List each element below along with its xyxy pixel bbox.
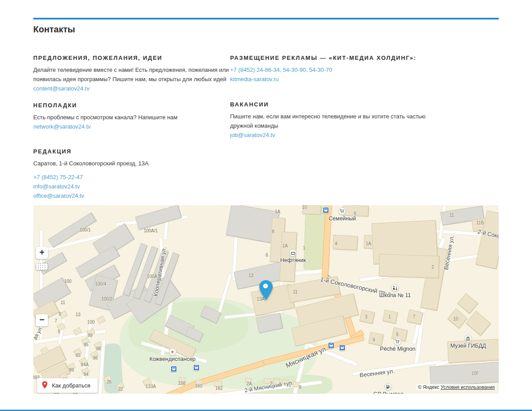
building-number: 6 [266, 253, 268, 258]
poi-label: Кожвендиспансер [149, 356, 196, 362]
poi-gp-вымпел[interactable]: GP Вымпел [373, 383, 403, 394]
section-jobs-title: ВАКАНСИИ [230, 100, 434, 108]
building-number: 10Г [472, 371, 479, 376]
building-number: 98 [96, 346, 101, 351]
map-attribution: © Яндекс Условия использования [416, 384, 497, 390]
building-number: 8 [272, 229, 274, 234]
ads-site-link[interactable]: kitmedia-saratov.ru [230, 74, 434, 84]
building-number: 4 [335, 241, 337, 246]
building-number: 158 [178, 381, 186, 386]
building-number: 100/4 [95, 282, 106, 286]
issues-email-link[interactable]: network@saratov24.tv [33, 122, 91, 131]
bus-stop-icon[interactable] [323, 207, 329, 213]
zoom-in-button[interactable]: + [36, 247, 48, 259]
section-issues-body: Есть проблемы с просмотром канала? Напиш… [33, 113, 234, 122]
building-number: 9 [59, 312, 61, 317]
ruler-icon[interactable] [36, 263, 48, 270]
poi-кожвендиспансер[interactable]: +Кожвендиспансер [149, 348, 196, 362]
section-jobs-body: Пишите нам, если вам интересно телевиден… [230, 112, 434, 130]
zoom-out-button[interactable]: − [36, 314, 48, 326]
poi-label: Нефтяник [280, 257, 306, 263]
yandex-copyright: © Яндекс [418, 384, 439, 390]
map-shape [97, 316, 106, 324]
section-editorial-title: РЕДАКЦИЯ [33, 147, 234, 155]
building-number: 7 [55, 318, 57, 323]
bus-stop-icon[interactable] [339, 344, 345, 351]
building-number: 11 [61, 300, 65, 305]
poi-семейный[interactable]: Семейный [329, 207, 356, 222]
yandex-map[interactable]: 100/1100А/1100А100100/4100/2119137100101… [33, 205, 499, 394]
building-number: 10 [302, 205, 307, 210]
bus-stop-icon[interactable] [193, 364, 200, 371]
poi-label: Музей ГИБДД [450, 343, 486, 349]
building-number: 7 [413, 314, 415, 319]
museum-icon [464, 335, 472, 342]
map-shape [33, 329, 106, 344]
map-shape [458, 293, 478, 313]
bus-stop-icon[interactable] [328, 342, 334, 348]
building-number: 11Б [477, 220, 484, 225]
editorial-address: Саратов, 1-й Соколовогорский проезд, 13А [33, 159, 234, 168]
jobs-email-link[interactable]: job@saratov24.tv [230, 130, 275, 140]
building-number: 13 [248, 273, 253, 278]
map-shape [466, 311, 491, 336]
building-number: 9 [372, 337, 375, 342]
building-number: 99 [87, 333, 92, 338]
editorial-email-info-link[interactable]: info@saratov24.tv [33, 182, 234, 191]
poi-label: Школа № 11 [379, 292, 411, 298]
building-number: 1А [366, 241, 371, 246]
building-number: 94 [83, 372, 88, 377]
building-number: 5 [58, 329, 60, 334]
bus-stop-icon[interactable] [171, 366, 177, 372]
section-issues: НЕПОЛАДКИ Есть проблемы с просмотром кан… [33, 101, 234, 131]
poi-школа-11[interactable]: Школа № 11 [379, 284, 411, 298]
building-number: 1А [282, 243, 288, 248]
editorial-email-office-link[interactable]: office@saratov24.tv [33, 191, 234, 200]
editorial-phone-link[interactable]: +7 (8452) 75-22-47 [33, 172, 234, 182]
cross-icon: + [169, 348, 176, 356]
section-offers: ПРЕДЛОЖЕНИЯ, ПОЖЕЛАНИЯ, ИДЕИ Делайте тел… [33, 53, 234, 93]
section-ads-title: РАЗМЕЩЕНИЕ РЕКЛАМЫ — «КИТ-МЕДИА ХОЛДИНГ»… [230, 53, 434, 61]
building-number: 89 [69, 368, 74, 372]
building-number: 11 [293, 290, 297, 294]
poi-p-ch-mignon[interactable]: Péché Mignon [380, 338, 415, 352]
poi-нефтяник[interactable]: Нефтяник [280, 249, 306, 263]
building-number: 13 [75, 312, 80, 317]
page-title: Контакты [33, 24, 75, 35]
offers-email-link[interactable]: content@saratov24.tv [33, 84, 90, 93]
cart-icon [394, 338, 401, 345]
map-shape [379, 254, 439, 278]
street-label: Весенняя ул. [359, 368, 395, 379]
route-button[interactable]: Как добраться [37, 378, 98, 393]
contacts-left-column: ПРЕДЛОЖЕНИЯ, ПОЖЕЛАНИЯ, ИДЕИ Делайте тел… [33, 53, 234, 208]
building-number: 2А [246, 381, 252, 386]
ads-phones-link[interactable]: +7 (8452) 24-86-34, 54-30-90, 54-30-70 [230, 65, 434, 74]
building-number: 3 [365, 314, 368, 319]
poi-музей-гибдд[interactable]: Музей ГИБДД [450, 335, 486, 349]
building-number: 95 [83, 342, 88, 347]
section-jobs: ВАКАНСИИ Пишите нам, если вам интересно … [230, 100, 434, 140]
terms-of-use-link[interactable]: Условия использования [441, 384, 495, 390]
building-number: 1А [275, 209, 280, 214]
building-number: 8 [299, 385, 301, 390]
building-number: 10 [453, 317, 458, 321]
building-number: 93 [75, 353, 80, 358]
section-ads: РАЗМЕЩЕНИЕ РЕКЛАМЫ — «КИТ-МЕДИА ХОЛДИНГ»… [230, 53, 434, 84]
building-number: 22 [118, 387, 123, 391]
fuel-icon [384, 383, 392, 391]
building-number: 100/2 [101, 297, 112, 301]
poi-label: GP Вымпел [373, 391, 403, 394]
building-number: 100 [64, 279, 72, 284]
building-number: 94А [81, 362, 89, 367]
contacts-right-column: РАЗМЕЩЕНИЕ РЕКЛАМЫ — «КИТ-МЕДИА ХОЛДИНГ»… [230, 53, 434, 147]
building-number: 162 [215, 386, 223, 391]
section-offers-body: Делайте телевидение вместе с нами! Есть … [33, 65, 234, 84]
map-shape [135, 205, 181, 230]
section-offers-title: ПРЕДЛОЖЕНИЯ, ПОЖЕЛАНИЯ, ИДЕИ [33, 53, 234, 61]
poi-label: Семейный [329, 215, 356, 222]
school-icon [391, 284, 399, 292]
red-pin-icon [42, 381, 48, 390]
building-number: 100/1 [79, 227, 90, 232]
blue-map-pin-icon[interactable] [258, 280, 274, 302]
building-number: 133А [145, 384, 156, 389]
